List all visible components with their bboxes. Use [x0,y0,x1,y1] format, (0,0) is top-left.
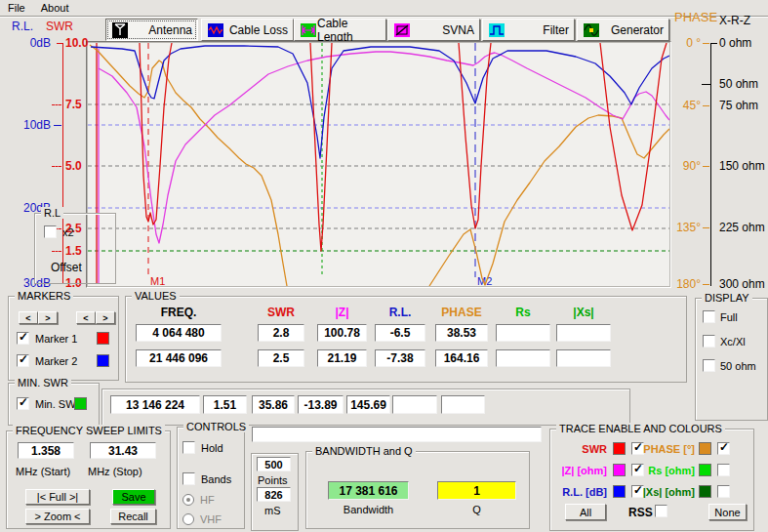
phase-axis-label: 180° [664,277,701,291]
toolbar-button-antenna[interactable]: Antenna [105,19,198,41]
trace-enable-checkbox[interactable] [717,485,730,498]
values-cell: 4 064 480 [136,324,222,342]
marker-2-label: Marker 2 [35,355,77,367]
marker-1-checkbox[interactable] [17,332,29,345]
stop-frequency-field[interactable]: 31.43 [90,442,156,459]
ohm-axis-label: 0 ohm [719,36,751,50]
toolbar-button-label: Filter [543,23,569,37]
marker-1-label: Marker 1 [35,333,77,345]
values-cell: 100.78 [317,324,367,342]
bands-checkbox[interactable] [182,472,195,485]
antenna-icon [111,22,129,38]
cable-length-icon [300,22,317,38]
vhf-radio[interactable] [182,513,194,525]
ohm-axis-label: 300 ohm [719,277,765,291]
full-sweep-button[interactable]: |< Full >| [25,489,90,505]
trace-label-swr: SWR [552,443,607,455]
display-box-title: DISPLAY [702,292,752,304]
marker-step-button[interactable]: < [76,311,96,324]
svna-icon [393,22,411,38]
phase-axis-tick [703,43,709,44]
values-header-6: |Xs| [549,306,618,319]
values-cell: 2.8 [258,324,304,342]
all-traces-button[interactable]: All [565,504,606,520]
swr-axis-corner [57,43,63,44]
marker-step-button[interactable]: > [96,311,115,324]
bandwidth-field: 17 381 616 [328,481,409,500]
none-traces-button[interactable]: None [708,504,747,520]
z-trace [99,52,669,243]
start-frequency-label: MHz (Start) [16,466,70,477]
values-header-1: SWR [247,306,315,319]
marker-2-color-swatch [97,354,109,367]
ohm-axis-label: 75 ohm [719,99,758,112]
trace-label-r-l-db-: R.L. [dB] [552,486,607,498]
trace-label-phase-: PHASE [°] [640,443,695,455]
trace-color-swatch [699,464,711,476]
swr-axis-label: 5.0 [65,159,82,173]
min-swr-cell [441,395,485,414]
start-frequency-field[interactable]: 1.358 [18,442,74,459]
trace-box-title: TRACE ENABLE AND COLOURS [556,423,725,434]
trace-enable-checkbox[interactable] [717,464,730,476]
hold-checkbox[interactable] [182,441,195,454]
rl-axis-tick [54,125,61,126]
points-field[interactable]: 500 [257,457,291,471]
sweep-time-field[interactable]: 826 [257,487,291,502]
ohm-axis-line [710,43,711,286]
values-header-3: R.L. [366,306,434,319]
toolbar-button-label: Cable Length [317,17,381,44]
min-swr-box-title: MIN. SWR [15,377,71,389]
menu-item-about[interactable]: About [33,1,77,15]
marker-step-button[interactable]: < [19,311,38,324]
values-cell: 21.19 [317,349,367,367]
swr-axis-title: SWR [46,20,73,33]
trace-color-swatch [613,485,626,498]
trace-color-swatch [699,485,711,498]
offset-button[interactable]: Offset [51,261,82,274]
toolbar-button-generator[interactable]: Generator [577,19,669,41]
sweep-box-title: FREQUENCY SWEEP LIMITS [13,425,165,436]
values-cell [496,324,550,342]
toolbar-button-label: SVNA [442,23,474,37]
generator-icon [583,22,600,38]
values-cell [556,324,611,342]
display-option-50-ohm-checkbox[interactable] [703,359,715,372]
rl-axis-label: 0dB [10,36,51,50]
marker-2-checkbox[interactable] [17,354,29,367]
values-header-0: FREQ. [144,306,213,319]
recall-button[interactable]: Recall [110,509,156,524]
display-option-label: Xc/Xl [720,336,746,348]
rss-checkbox[interactable] [655,505,667,517]
phase-axis-title: PHASE [674,10,717,24]
marker-1-color-swatch [97,332,109,345]
points-label: Points [258,474,288,486]
toolbar-button-filter[interactable]: Filter [482,19,575,41]
save-button[interactable]: Save [112,489,155,505]
markers-box-title: MARKERS [15,290,73,302]
cable-loss-icon [207,22,224,38]
display-option-xc-xl-checkbox[interactable] [703,335,715,348]
display-option-full-checkbox[interactable] [703,310,715,323]
trace-color-swatch [699,442,711,455]
menu-item-file[interactable]: File [0,1,33,15]
swr-axis-tick [52,166,61,168]
text-entry-field[interactable] [252,427,542,442]
chart-area[interactable]: M1M2 [88,43,669,286]
zoom-sweep-button[interactable]: > Zoom < [25,509,90,524]
q-field: 1 [437,481,516,500]
phase-trace-a [90,45,287,286]
rl-x2-checkbox[interactable] [44,225,57,238]
toolbar-button-cable-length[interactable]: Cable Length [294,19,386,41]
ohm-axis-label: 225 ohm [719,221,765,234]
values-box-title: VALUES [132,290,180,302]
hf-radio[interactable] [182,494,194,506]
toolbar-button-svna[interactable]: SVNA [387,19,480,41]
values-cell [556,349,611,367]
trace-enable-checkbox[interactable] [717,442,730,455]
values-cell [496,349,550,367]
toolbar-button-cable-loss[interactable]: Cable Loss [201,19,294,41]
min-swr-checkbox[interactable] [17,397,29,410]
bands-label: Bands [201,473,231,485]
marker-step-button[interactable]: > [38,311,58,324]
